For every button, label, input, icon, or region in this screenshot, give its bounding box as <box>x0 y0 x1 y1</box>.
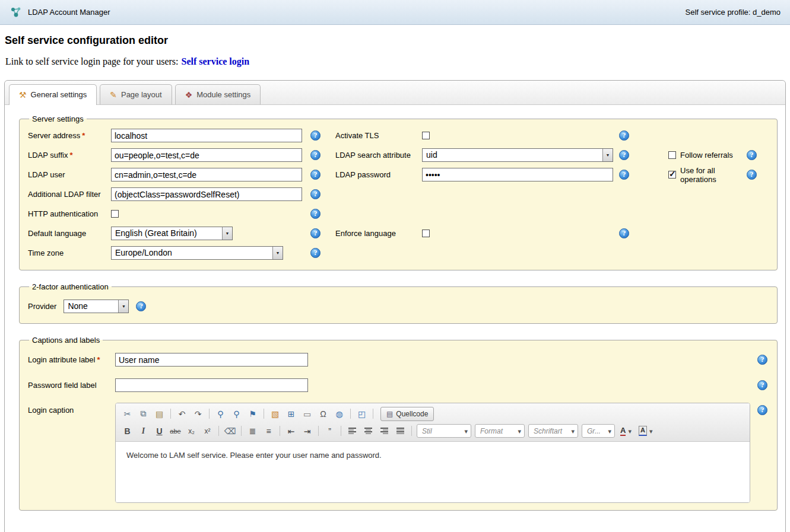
chevron-down-icon <box>118 300 128 313</box>
strikethrough-icon[interactable]: abe <box>168 424 183 438</box>
form-row: Provider None <box>28 296 769 316</box>
cut-icon[interactable]: ✂ <box>120 407 135 421</box>
toolbar-separator <box>280 426 280 436</box>
ldap-suffix-input[interactable] <box>111 148 302 162</box>
text-color-button[interactable]: A <box>617 424 634 438</box>
help-icon[interactable] <box>136 301 146 311</box>
replace-icon[interactable]: ⚲ <box>229 407 244 421</box>
italic-icon[interactable]: I <box>136 424 151 438</box>
help-icon[interactable] <box>310 209 321 219</box>
tab-label: Module settings <box>196 90 250 99</box>
source-button-label: Quellcode <box>396 410 428 418</box>
default-language-select[interactable]: English (Great Britain) <box>111 227 233 240</box>
selected-value: Europe/London <box>112 247 272 259</box>
toolbar-separator <box>264 409 264 419</box>
help-icon[interactable] <box>747 170 757 180</box>
captions-legend: Captions and labels <box>29 336 103 345</box>
follow-referrals-checkbox[interactable] <box>668 151 676 159</box>
format-combo[interactable]: Format <box>475 424 525 438</box>
help-icon[interactable] <box>619 170 629 180</box>
server-address-input[interactable] <box>111 129 302 142</box>
tab-page-layout[interactable]: ✎ Page layout <box>100 84 172 104</box>
provider-select[interactable]: None <box>64 300 129 313</box>
tab-bar: ⚒ General settings ✎ Page layout ❖ Modul… <box>5 81 785 105</box>
toolbar-separator <box>318 426 319 436</box>
help-icon[interactable] <box>757 405 767 415</box>
redo-icon[interactable]: ↷ <box>191 407 205 421</box>
numbered-list-icon[interactable]: ≣ <box>245 424 260 438</box>
font-combo-value: Schriftart <box>534 427 562 435</box>
tab-general-settings[interactable]: ⚒ General settings <box>9 84 97 105</box>
size-combo[interactable]: Gr... <box>582 424 615 438</box>
chevron-down-icon <box>649 426 653 435</box>
tab-module-settings[interactable]: ❖ Module settings <box>175 84 261 104</box>
two-factor-legend: 2-factor authentication <box>29 282 112 291</box>
ldap-search-attribute-select[interactable]: uid <box>422 148 613 162</box>
required-marker: * <box>69 151 72 160</box>
enforce-language-checkbox[interactable] <box>422 230 430 237</box>
ldap-password-input[interactable] <box>422 168 613 181</box>
follow-referrals-group: Follow referrals <box>642 150 769 160</box>
self-service-login-link[interactable]: Self service login <box>181 56 249 66</box>
paste-icon[interactable]: ▤ <box>152 407 167 421</box>
captions-fieldset: Captions and labels Login attribute labe… <box>19 336 778 511</box>
indent-icon[interactable]: ⇥ <box>300 424 315 438</box>
help-icon[interactable] <box>310 228 321 238</box>
find-icon[interactable]: ⚲ <box>213 407 228 421</box>
horizontal-rule-icon[interactable]: ▭ <box>300 407 315 421</box>
help-icon[interactable] <box>757 355 767 365</box>
help-icon[interactable] <box>310 170 321 180</box>
align-justify-icon[interactable] <box>393 424 408 438</box>
password-field-label-input[interactable] <box>115 378 308 392</box>
wrench-icon: ⚒ <box>19 91 27 99</box>
password-field-label: Password field label <box>28 381 115 390</box>
help-icon[interactable] <box>310 248 321 258</box>
align-left-icon[interactable] <box>345 424 360 438</box>
help-icon[interactable] <box>747 150 757 160</box>
outdent-icon[interactable]: ⇤ <box>284 424 299 438</box>
help-icon[interactable] <box>619 130 629 141</box>
underline-icon[interactable]: U <box>152 424 167 438</box>
help-icon[interactable] <box>757 380 767 390</box>
bulleted-list-icon[interactable]: ≡ <box>261 424 276 438</box>
additional-ldap-filter-input[interactable] <box>111 187 302 201</box>
bold-icon[interactable]: B <box>120 424 135 438</box>
additional-ldap-filter-label: Additional LDAP filter <box>28 190 111 199</box>
help-icon[interactable] <box>310 189 321 199</box>
maximize-icon[interactable]: ◰ <box>354 407 369 421</box>
spellcheck-flag-icon[interactable]: ⚑ <box>245 407 260 421</box>
time-zone-select[interactable]: Europe/London <box>111 246 283 260</box>
background-color-button[interactable]: A <box>636 424 655 438</box>
globe-icon[interactable]: ◍ <box>332 407 347 421</box>
align-right-icon[interactable] <box>377 424 392 438</box>
use-for-all-operations-group: Use for all operations <box>642 166 769 184</box>
server-address-label: Server address* <box>28 131 111 140</box>
table-icon[interactable]: ⊞ <box>284 407 299 421</box>
undo-icon[interactable]: ↶ <box>175 407 189 421</box>
style-combo[interactable]: Stil <box>417 424 471 438</box>
toolbar-separator <box>341 426 341 436</box>
image-icon[interactable]: ▧ <box>268 407 283 421</box>
copy-icon[interactable]: ⧉ <box>136 407 151 421</box>
help-icon[interactable] <box>310 150 321 160</box>
subscript-icon[interactable]: x₂ <box>184 424 199 438</box>
activate-tls-checkbox[interactable] <box>422 132 430 139</box>
source-button[interactable]: ▤ Quellcode <box>380 407 434 421</box>
ldap-user-input[interactable] <box>111 168 302 181</box>
help-icon[interactable] <box>619 150 629 160</box>
editor-content-area[interactable]: Welcome to LAM self service. Please ente… <box>116 442 750 502</box>
form-row: LDAP user LDAP password Use for all oper… <box>28 165 769 184</box>
http-authentication-checkbox[interactable] <box>111 210 119 218</box>
blockquote-icon[interactable]: ” <box>322 424 337 438</box>
help-icon[interactable] <box>310 130 321 141</box>
chevron-down-icon <box>602 149 613 161</box>
login-attribute-label-input[interactable] <box>115 353 308 367</box>
use-for-all-operations-checkbox[interactable] <box>668 171 676 179</box>
align-center-icon[interactable] <box>361 424 376 438</box>
help-icon[interactable] <box>619 228 629 238</box>
font-combo[interactable]: Schriftart <box>528 424 578 438</box>
special-char-icon[interactable]: Ω <box>316 407 331 421</box>
login-attribute-label: Login attribute label* <box>28 355 115 364</box>
remove-format-icon[interactable]: ⌫ <box>223 424 237 438</box>
superscript-icon[interactable]: x² <box>200 424 215 438</box>
